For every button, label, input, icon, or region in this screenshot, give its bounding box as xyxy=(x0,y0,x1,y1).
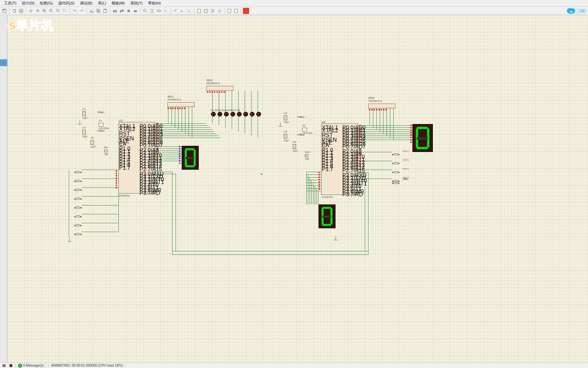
component-c1[interactable]: C122pF xyxy=(82,108,88,119)
block-rotate-icon[interactable] xyxy=(126,8,132,14)
component-c4[interactable]: C422pF xyxy=(284,112,289,123)
seven-seg-3[interactable] xyxy=(318,204,336,228)
switch-sw1[interactable] xyxy=(392,179,399,182)
svg-point-4 xyxy=(56,9,59,11)
component-c3[interactable]: C310uF xyxy=(91,136,96,148)
key-button-2[interactable] xyxy=(392,159,399,162)
netlist-icon[interactable] xyxy=(210,8,216,14)
refresh-icon[interactable] xyxy=(11,8,17,14)
wire xyxy=(155,151,182,151)
menu-design[interactable]: 设计(D) xyxy=(19,0,37,6)
copy-icon[interactable] xyxy=(95,8,101,14)
push-button-7[interactable] xyxy=(74,221,82,224)
menu-library[interactable]: 库(L) xyxy=(95,0,109,6)
paste-icon[interactable] xyxy=(102,8,108,14)
wire-autoroute-icon[interactable] xyxy=(173,8,179,14)
push-button-8[interactable] xyxy=(74,230,82,233)
led-d5[interactable] xyxy=(237,112,242,117)
led-d1[interactable] xyxy=(211,112,216,117)
component-rp1[interactable]: RP1 RESPACK-8 xyxy=(167,102,195,107)
component-r4[interactable]: R4100 xyxy=(104,146,108,155)
info-icon: i xyxy=(18,364,22,368)
wire xyxy=(82,187,118,188)
workspace: eus单片机 RP3 RESPACK-8 RP1 RESPACK-8 RP2 R… xyxy=(0,15,588,363)
zoom-in-icon[interactable] xyxy=(42,8,48,14)
menu-template[interactable]: 模板(M) xyxy=(109,0,128,6)
ares-icon[interactable] xyxy=(243,8,249,14)
wire xyxy=(383,108,383,134)
led-d6[interactable] xyxy=(243,112,248,117)
save-icon[interactable] xyxy=(1,8,7,14)
led-d2[interactable] xyxy=(217,112,222,117)
wire xyxy=(373,108,373,127)
grid-icon[interactable] xyxy=(18,8,24,14)
property-icon[interactable] xyxy=(149,8,155,14)
schematic-canvas[interactable]: eus单片机 RP3 RESPACK-8 RP1 RESPACK-8 RP2 R… xyxy=(7,15,588,363)
seven-seg-1[interactable] xyxy=(182,146,199,170)
push-button-4[interactable] xyxy=(74,195,82,198)
report-icon[interactable] xyxy=(233,8,239,14)
push-button-5[interactable] xyxy=(74,204,82,206)
component-c5[interactable]: C522pF xyxy=(284,130,289,142)
find-icon[interactable]: A xyxy=(179,8,185,14)
key-button-3[interactable] xyxy=(392,168,399,171)
erc-icon[interactable] xyxy=(203,8,209,14)
stop-icon[interactable] xyxy=(9,364,13,368)
component-rp3[interactable]: RP3 RESPACK-8 xyxy=(206,86,233,91)
property-assign-icon[interactable] xyxy=(186,8,192,14)
push-button-2[interactable] xyxy=(74,177,82,180)
zoom-out-icon[interactable] xyxy=(48,8,54,14)
component-x1[interactable]: X1CRYSTAL xyxy=(99,119,110,129)
block-delete-icon[interactable] xyxy=(132,8,138,14)
svg-rect-17 xyxy=(134,10,137,12)
component-r10[interactable]: R10100 xyxy=(305,151,310,160)
pan-icon[interactable] xyxy=(35,8,41,14)
cut-icon[interactable] xyxy=(88,8,95,14)
cloud-icon[interactable]: ☁ xyxy=(567,8,575,14)
messages-count: 8 Message(s) xyxy=(23,364,44,367)
component-x2[interactable]: X2CRYSTAL xyxy=(302,124,313,134)
search-icon[interactable] xyxy=(142,8,148,14)
push-button-1[interactable] xyxy=(74,168,82,171)
key-button-1[interactable] xyxy=(392,151,399,153)
menu-tools[interactable]: 工具(T) xyxy=(1,0,19,6)
new-sheet-icon[interactable] xyxy=(196,8,202,14)
component-c6[interactable]: C610uF xyxy=(293,140,298,152)
menu-help[interactable]: 帮助(H) xyxy=(145,0,163,6)
bom-icon[interactable] xyxy=(226,8,232,14)
devices-tab[interactable] xyxy=(0,59,7,66)
origin-icon[interactable] xyxy=(28,8,34,14)
package-icon[interactable] xyxy=(156,8,162,14)
block-copy-icon[interactable] xyxy=(112,8,118,14)
led-d8[interactable] xyxy=(256,112,261,117)
zoom-area-icon[interactable] xyxy=(62,8,68,14)
wire xyxy=(172,107,172,125)
push-button-6[interactable] xyxy=(74,213,82,215)
menu-draw[interactable]: 绘图(G) xyxy=(37,0,55,6)
component-rp2[interactable]: RP2 RESPACK-8 xyxy=(368,104,395,108)
led-d3[interactable] xyxy=(224,112,229,117)
led-d7[interactable] xyxy=(250,112,255,117)
component-c2[interactable]: C222pF xyxy=(82,126,88,138)
push-button-3[interactable] xyxy=(74,186,82,189)
zoom-fit-icon[interactable] xyxy=(55,8,61,14)
led-d4[interactable] xyxy=(230,112,235,117)
wire xyxy=(358,129,412,130)
undo-icon[interactable] xyxy=(72,8,78,14)
messages-panel[interactable]: i 8 Message(s) xyxy=(16,364,46,368)
menu-source[interactable]: 源代码(S) xyxy=(55,0,77,6)
key-label: KEY1 xyxy=(403,159,409,161)
wire xyxy=(82,232,118,232)
svg-text:A: A xyxy=(181,9,183,13)
compile-icon[interactable] xyxy=(216,8,223,14)
pause-icon[interactable] xyxy=(2,364,6,368)
separator xyxy=(70,8,70,14)
separator xyxy=(9,8,10,14)
block-move-icon[interactable] xyxy=(119,8,125,14)
menu-debug[interactable]: 调试(B) xyxy=(77,0,95,6)
decompose-icon[interactable] xyxy=(163,8,169,14)
svg-rect-26 xyxy=(3,364,4,367)
menu-system[interactable]: 系统(Y) xyxy=(128,0,146,6)
seven-seg-2[interactable] xyxy=(412,124,433,152)
redo-icon[interactable] xyxy=(79,8,85,14)
